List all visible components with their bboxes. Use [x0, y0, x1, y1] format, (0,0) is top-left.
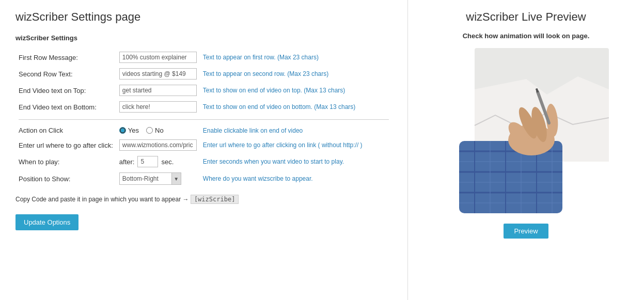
position-hint: Where do you want wizscribe to appear. [200, 170, 392, 187]
sec-suffix: sec. [161, 158, 174, 166]
copy-code-row: Copy Code and paste it in page in which … [15, 195, 392, 204]
first-row-input[interactable] [119, 52, 197, 63]
chevron-down-icon: ▼ [171, 173, 181, 184]
end-video-bottom-hint: Text to show on end of video on bottom. … [200, 99, 392, 115]
yes-radio[interactable] [119, 127, 126, 134]
action-on-click-radios: Yes No [116, 124, 200, 137]
end-video-top-row: End Video text on Top: Text to show on e… [15, 82, 392, 99]
no-radio[interactable] [146, 127, 153, 134]
end-video-bottom-label: End Video text on Bottom: [15, 99, 116, 115]
position-label: Position to Show: [15, 170, 116, 187]
hand-image-container [444, 48, 609, 213]
yes-radio-label[interactable]: Yes [119, 127, 139, 134]
position-select[interactable]: Bottom-Right Bottom-Left Top-Right Top-L… [120, 173, 171, 184]
second-row-text-row: Second Row Text: Text to appear on secon… [15, 66, 392, 82]
end-video-top-hint: Text to show on end of video on top. (Ma… [200, 82, 392, 99]
section-title: wizScriber Settings [15, 34, 392, 42]
second-row-input[interactable] [119, 68, 197, 80]
first-row-input-cell [116, 49, 200, 66]
action-on-click-row: Action on Click Yes No [15, 124, 392, 137]
first-row-hint: Text to appear on first row. (Max 23 cha… [200, 49, 392, 66]
end-video-top-input[interactable] [119, 85, 197, 96]
after-prefix: after: [119, 158, 135, 166]
url-row: Enter url where to go after click: Enter… [15, 137, 392, 153]
second-row-hint: Text to appear on second row. (Max 23 ch… [200, 66, 392, 82]
position-select-wrapper: Bottom-Right Bottom-Left Top-Right Top-L… [119, 172, 181, 185]
right-panel: wizScriber Live Preview Check how animat… [408, 0, 644, 300]
url-input-cell [116, 137, 200, 153]
yes-label: Yes [128, 127, 139, 134]
end-video-top-input-cell [116, 82, 200, 99]
end-video-top-label: End Video text on Top: [15, 82, 116, 99]
update-options-button[interactable]: Update Options [15, 214, 78, 230]
divider-row [15, 115, 392, 124]
when-to-play-input[interactable] [137, 156, 158, 167]
end-video-bottom-row: End Video text on Bottom: Text to show o… [15, 99, 392, 115]
end-video-bottom-input-cell [116, 99, 200, 115]
copy-code-text: Copy Code and paste it in page in which … [15, 196, 189, 203]
preview-button[interactable]: Preview [504, 224, 548, 239]
first-row-label: First Row Message: [15, 49, 116, 66]
url-label: Enter url where to go after click: [15, 137, 116, 153]
shortcode-badge: [wizScribe] [191, 195, 239, 204]
when-play-group: after: sec. [119, 156, 197, 167]
second-row-label: Second Row Text: [15, 66, 116, 82]
hand-preview-image [444, 48, 609, 213]
position-select-cell: Bottom-Right Bottom-Left Top-Right Top-L… [116, 170, 200, 187]
no-radio-label[interactable]: No [146, 127, 164, 134]
preview-subtitle: Check how animation will look on page. [463, 32, 590, 40]
action-on-click-hint: Enable clickable link on end of video [200, 124, 392, 137]
radio-group: Yes No [119, 127, 197, 134]
second-row-input-cell [116, 66, 200, 82]
url-hint: Enter url where to go after clicking on … [200, 137, 392, 153]
page-title: wizScriber Settings page [15, 10, 392, 24]
action-on-click-label: Action on Click [15, 124, 116, 137]
preview-title: wizScriber Live Preview [466, 10, 586, 24]
when-to-play-cell: after: sec. [116, 153, 200, 170]
url-input[interactable] [119, 139, 197, 151]
position-row: Position to Show: Bottom-Right Bottom-Le… [15, 170, 392, 187]
when-to-play-label: When to play: [15, 153, 116, 170]
end-video-bottom-input[interactable] [119, 101, 197, 113]
no-label: No [155, 127, 164, 134]
first-row-message-row: First Row Message: Text to appear on fir… [15, 49, 392, 66]
when-to-play-hint: Enter seconds when you want video to sta… [200, 153, 392, 170]
settings-table: First Row Message: Text to appear on fir… [15, 49, 392, 187]
left-panel: wizScriber Settings page wizScriber Sett… [0, 0, 408, 300]
when-to-play-row: When to play: after: sec. Enter seconds … [15, 153, 392, 170]
